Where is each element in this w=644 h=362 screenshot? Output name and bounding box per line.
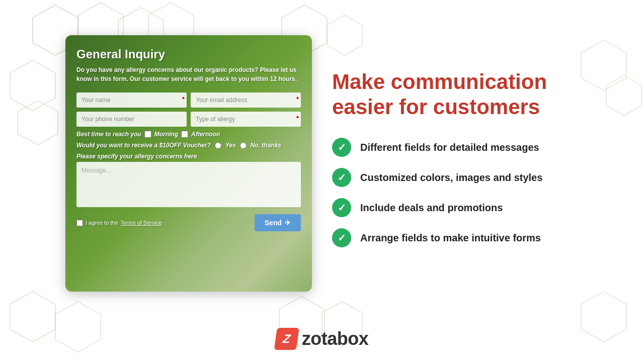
- svg-marker-8: [10, 292, 55, 342]
- tagline-line1: Make communication: [332, 70, 547, 94]
- morning-checkbox[interactable]: [144, 131, 151, 138]
- svg-marker-9: [55, 302, 101, 352]
- voucher-no-radio[interactable]: [240, 142, 247, 149]
- allergy-required-marker: •: [296, 114, 299, 121]
- svg-marker-6: [10, 60, 55, 111]
- check-icon-4: [332, 228, 351, 247]
- feature-text-3: Include deals and promotions: [360, 202, 503, 214]
- tagline: Make communication easier for customers: [332, 69, 614, 120]
- name-required-marker: •: [182, 95, 185, 102]
- allergy-section-label: Please specify your allergy concerns her…: [76, 153, 301, 160]
- form-panel: General Inquiry Do you have any allergy …: [65, 35, 312, 292]
- z-logo-icon: Z: [274, 328, 299, 350]
- check-icon-2: [332, 168, 351, 187]
- name-email-row: • •: [76, 93, 301, 108]
- feature-item-4: Arrange fields to make intuitive forms: [332, 228, 614, 247]
- phone-input-wrapper: [76, 112, 187, 127]
- message-textarea[interactable]: [76, 162, 301, 207]
- morning-label: Morning: [154, 131, 178, 138]
- tos-text: I agree to the: [86, 220, 118, 226]
- brand-footer: Z zotabox: [276, 328, 369, 350]
- best-time-row: Best time to reach you Morning Afternoon: [76, 131, 301, 138]
- afternoon-checkbox[interactable]: [181, 131, 188, 138]
- brand-name: zotabox: [302, 328, 369, 349]
- check-icon-3: [332, 198, 351, 217]
- voucher-row: Would you want to receive a $10OFF Vouch…: [76, 142, 301, 149]
- feature-item-1: Different fields for detailed messages: [332, 138, 614, 157]
- send-label: Send: [265, 219, 282, 227]
- send-button[interactable]: Send ✈: [255, 214, 301, 231]
- tos-row: I agree to the Terms of Service: [76, 220, 162, 226]
- email-input[interactable]: [191, 93, 301, 108]
- feature-item-2: Customized colors, images and styles: [332, 168, 614, 187]
- form-footer: I agree to the Terms of Service Send ✈: [76, 214, 301, 231]
- feature-text-1: Different fields for detailed messages: [360, 142, 539, 153]
- feature-text-4: Arrange fields to make intuitive forms: [360, 232, 541, 244]
- email-required-marker: •: [296, 95, 299, 102]
- allergy-input-wrapper: •: [191, 112, 301, 127]
- zotabox-logo: Z zotabox: [276, 328, 369, 350]
- name-input[interactable]: [76, 93, 187, 108]
- form-title: General Inquiry: [76, 47, 301, 61]
- voucher-yes-radio[interactable]: [215, 142, 221, 149]
- no-label: No, thanks: [251, 142, 281, 149]
- voucher-label: Would you want to receive a $10OFF Vouch…: [76, 142, 211, 149]
- email-input-wrapper: •: [191, 93, 301, 108]
- check-icon-1: [332, 138, 351, 157]
- tagline-line2: easier for customers: [332, 95, 540, 119]
- allergy-type-input[interactable]: [191, 112, 301, 127]
- phone-allergy-row: •: [76, 112, 301, 127]
- name-input-wrapper: •: [76, 93, 187, 108]
- tos-link[interactable]: Terms of Service: [121, 220, 162, 226]
- tos-checkbox[interactable]: [76, 220, 83, 226]
- yes-label: Yes: [225, 142, 236, 149]
- best-time-label: Best time to reach you: [76, 131, 141, 138]
- svg-marker-7: [18, 101, 58, 145]
- afternoon-label: Afternoon: [191, 131, 220, 138]
- right-panel: Make communication easier for customers …: [292, 0, 644, 317]
- phone-input[interactable]: [76, 112, 187, 127]
- feature-item-3: Include deals and promotions: [332, 198, 614, 217]
- feature-text-2: Customized colors, images and styles: [360, 172, 542, 184]
- send-icon: ✈: [285, 219, 291, 227]
- feature-list: Different fields for detailed messages C…: [332, 138, 614, 247]
- form-description: Do you have any allergy concerns about o…: [76, 65, 301, 83]
